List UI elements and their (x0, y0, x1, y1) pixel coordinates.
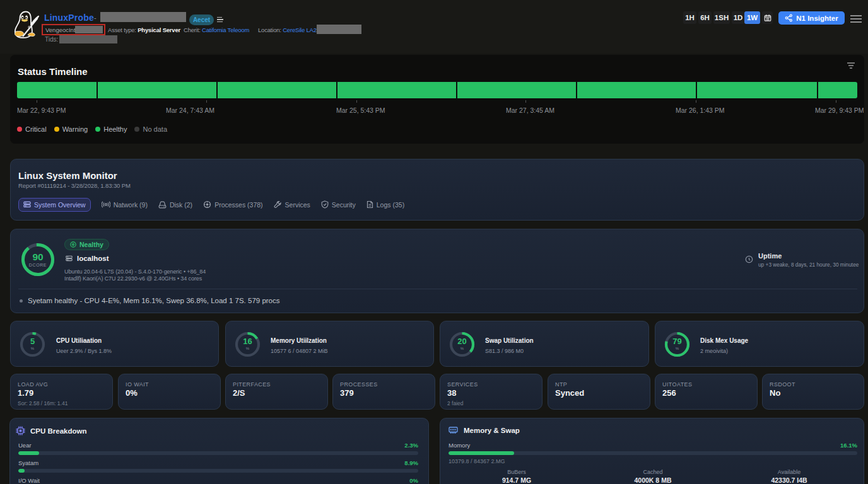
svg-text:5: 5 (30, 337, 35, 346)
svg-text:16: 16 (243, 337, 252, 346)
svg-text:90: 90 (32, 251, 43, 262)
svg-text:%: % (246, 347, 250, 350)
svg-text:%: % (676, 347, 679, 350)
svg-text:%: % (31, 347, 35, 350)
svg-text:79: 79 (672, 337, 681, 346)
svg-text:20: 20 (457, 337, 466, 346)
svg-text:%: % (460, 347, 464, 350)
svg-text:DCORE: DCORE (29, 263, 47, 267)
